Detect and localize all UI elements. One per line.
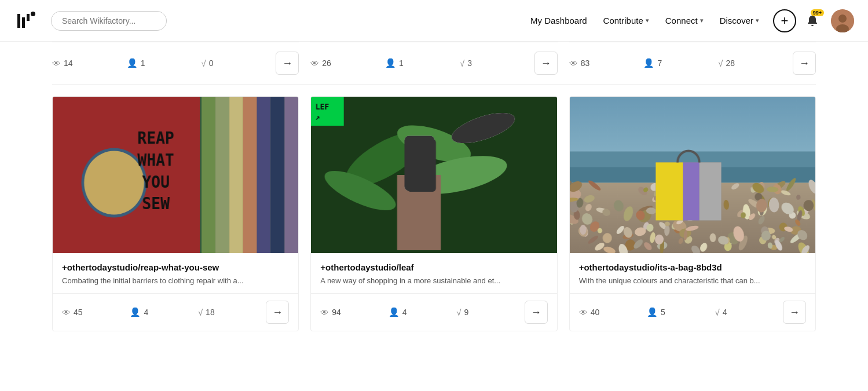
eye-icon-leaf: 👁 — [320, 308, 329, 317]
svg-rect-2 — [27, 14, 30, 21]
check-icon-leaf: √ — [456, 308, 461, 317]
content: 👁 14 👤 1 √ 0 → 👁 26 👤 1 √ — [0, 42, 868, 331]
card-desc-bag: With the unique colours and characterist… — [579, 276, 806, 286]
connect-chevron-icon: ▾ — [700, 17, 704, 24]
search-input[interactable] — [51, 11, 167, 31]
stat-contributors-bag: 👤 5 — [647, 307, 715, 317]
svg-rect-1 — [22, 17, 25, 28]
stat-views-bag: 👁 40 — [579, 308, 647, 317]
eye-icon-3: 👁 — [569, 59, 578, 68]
nav-my-dashboard[interactable]: My Dashboard — [523, 11, 594, 30]
stat-likes-leaf: √ 9 — [456, 308, 524, 317]
stat-likes-3: √ 28 — [718, 59, 793, 68]
discover-chevron-icon: ▾ — [756, 17, 759, 24]
stat-contributors-leaf: 👤 4 — [389, 307, 456, 317]
stat-views-1: 👁 14 — [52, 59, 127, 68]
logo[interactable] — [14, 8, 39, 34]
top-stats-card-1: 👁 14 👤 1 √ 0 → — [52, 42, 299, 84]
card-desc-leaf: A new way of shopping in a more sustaina… — [320, 276, 547, 286]
person-icon-3: 👤 — [643, 58, 654, 68]
cards-grid: +othertodaystudio/reap-what-you-sew Comb… — [52, 96, 816, 331]
top-stats-row: 👁 14 👤 1 √ 0 → 👁 26 👤 1 √ — [52, 42, 816, 85]
svg-rect-0 — [17, 14, 20, 28]
stat-views-leaf: 👁 94 — [320, 308, 388, 317]
card-body-leaf: +othertodaystudio/leaf A new way of shop… — [311, 253, 556, 286]
card-body-reap: +othertodaystudio/reap-what-you-sew Comb… — [53, 253, 298, 286]
card-body-bag: +othertodaystudio/its-a-bag-8bd3d With t… — [570, 253, 815, 286]
nav-contribute[interactable]: Contribute ▾ — [596, 11, 656, 30]
card-desc-reap: Combating the initial barriers to clothi… — [62, 276, 289, 286]
navbar: My Dashboard Contribute ▾ Connect ▾ Disc… — [0, 0, 868, 42]
person-icon-reap: 👤 — [130, 307, 141, 317]
eye-icon-bag: 👁 — [579, 308, 588, 317]
arrow-button-1[interactable]: → — [276, 52, 299, 75]
check-icon-reap: √ — [198, 308, 203, 317]
avatar[interactable] — [831, 9, 854, 32]
notifications-button[interactable]: 99+ — [801, 9, 824, 32]
top-stats-card-3: 👁 83 👤 7 √ 28 → — [569, 42, 816, 84]
stat-views-2: 👁 26 — [310, 59, 385, 68]
check-icon-3: √ — [718, 59, 723, 68]
stat-views-3: 👁 83 — [569, 59, 644, 68]
card-image-bag — [570, 97, 815, 253]
nav-connect[interactable]: Connect ▾ — [658, 11, 710, 30]
check-icon: √ — [202, 59, 206, 68]
card-reap[interactable]: +othertodaystudio/reap-what-you-sew Comb… — [52, 96, 299, 331]
card-stats-leaf: 👁 94 👤 4 √ 9 → — [311, 293, 556, 331]
add-button[interactable]: + — [773, 9, 796, 32]
card-title-bag: +othertodaystudio/its-a-bag-8bd3d — [579, 262, 806, 272]
eye-icon-reap: 👁 — [62, 308, 71, 317]
nav-links: My Dashboard Contribute ▾ Connect ▾ Disc… — [523, 9, 854, 32]
person-icon-leaf: 👤 — [389, 307, 400, 317]
nav-discover[interactable]: Discover ▾ — [713, 11, 766, 30]
person-icon-bag: 👤 — [647, 307, 658, 317]
arrow-button-bag[interactable]: → — [783, 301, 806, 324]
eye-icon: 👁 — [52, 59, 61, 68]
card-image-reap — [53, 97, 298, 253]
check-icon-bag: √ — [715, 308, 720, 317]
svg-point-3 — [31, 12, 35, 16]
stat-likes-bag: √ 4 — [715, 308, 783, 317]
card-stats-reap: 👁 45 👤 4 √ 18 → — [53, 293, 298, 331]
card-title-reap: +othertodaystudio/reap-what-you-sew — [62, 262, 289, 272]
stat-contributors-1: 👤 1 — [127, 58, 202, 68]
card-leaf[interactable]: +othertodaystudio/leaf A new way of shop… — [310, 96, 557, 331]
stat-contributors-2: 👤 1 — [385, 58, 460, 68]
stat-likes-2: √ 3 — [460, 59, 534, 68]
check-icon-2: √ — [460, 59, 464, 68]
notification-badge: 99+ — [811, 9, 824, 16]
contribute-chevron-icon: ▾ — [646, 17, 649, 24]
stat-contributors-reap: 👤 4 — [130, 307, 197, 317]
stat-contributors-3: 👤 7 — [643, 58, 718, 68]
svg-point-5 — [838, 14, 847, 23]
arrow-button-3[interactable]: → — [793, 52, 816, 75]
arrow-button-2[interactable]: → — [534, 52, 558, 75]
stat-likes-reap: √ 18 — [198, 308, 266, 317]
person-icon: 👤 — [127, 58, 138, 68]
stat-views-reap: 👁 45 — [62, 308, 130, 317]
avatar-image — [831, 9, 854, 32]
card-stats-bag: 👁 40 👤 5 √ 4 → — [570, 293, 815, 331]
stat-likes-1: √ 0 — [202, 59, 276, 68]
card-image-leaf — [311, 97, 556, 253]
arrow-button-leaf[interactable]: → — [525, 301, 548, 324]
card-bag[interactable]: +othertodaystudio/its-a-bag-8bd3d With t… — [569, 96, 816, 331]
top-stats-card-2: 👁 26 👤 1 √ 3 → — [310, 42, 557, 84]
eye-icon-2: 👁 — [310, 59, 319, 68]
card-title-leaf: +othertodaystudio/leaf — [320, 262, 547, 272]
person-icon-2: 👤 — [385, 58, 396, 68]
arrow-button-reap[interactable]: → — [266, 301, 289, 324]
